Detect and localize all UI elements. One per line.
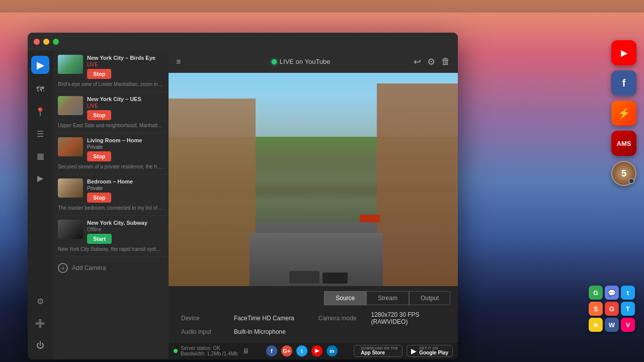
camera-name-5: New York City, Subway	[87, 220, 164, 226]
camera-desc-1: Bird's-eye view of Lower Manhattan, zoom…	[58, 81, 164, 87]
live-status-dot	[272, 59, 277, 64]
footer-twitter-icon[interactable]: t	[296, 345, 307, 356]
camera-desc-4: The master bedroom, connected to my list…	[58, 205, 164, 211]
chat-icon[interactable]: 💬	[605, 286, 619, 300]
camera-item-living-room[interactable]: Living Room – Home Private Stop Secured …	[53, 133, 169, 174]
tab-stream[interactable]: Stream	[366, 291, 409, 305]
audio-input-value: Built-in Microphone	[234, 328, 286, 335]
camera-item-ues[interactable]: New York City – UES LIVE Stop Upper East…	[53, 92, 169, 133]
bottom-panel: Source Stream Output Device FaceTime HD …	[169, 286, 458, 341]
vehicle-2	[323, 273, 348, 284]
camera-list: New York City – Birds Eye LIVE Stop Bird…	[53, 51, 169, 359]
camera-info-3: Living Room – Home Private Stop	[87, 137, 164, 161]
bandwidth-text: Bandwidth: 1.2Mb /1.4Mb	[181, 351, 237, 356]
google-icon[interactable]: G	[589, 286, 603, 300]
camera-thumbnail-2	[58, 96, 83, 115]
footer-youtube-icon[interactable]: ▶	[311, 345, 323, 356]
camera-status-1: LIVE	[87, 62, 164, 67]
camera-stop-button-4[interactable]: Stop	[87, 193, 111, 203]
settings-icon[interactable]: ⚙	[427, 56, 435, 67]
camera-item-bedroom[interactable]: Bedroom – Home Private Stop The master b…	[53, 174, 169, 216]
camera-info-5: New York City, Subway Offline Start	[87, 220, 164, 244]
hamburger-icon[interactable]: ≡	[176, 57, 181, 66]
sidebar-item-video[interactable]: ▶	[31, 169, 49, 187]
thunder-app-icon[interactable]: ⚡	[611, 101, 636, 126]
sidebar-item-list[interactable]: ☰	[31, 125, 49, 143]
video-background	[169, 73, 458, 286]
camera-name-1: New York City – Birds Eye	[87, 55, 164, 61]
ams-app-icon[interactable]: AMS	[611, 131, 636, 156]
red-awning	[360, 215, 380, 222]
audio-input-row: Audio input Built-in Microphone	[181, 328, 308, 335]
camera-item-birds-eye[interactable]: New York City – Birds Eye LIVE Stop Bird…	[53, 51, 169, 92]
camera-stop-button-2[interactable]: Stop	[87, 110, 111, 120]
youtube-app-icon[interactable]: ▶	[611, 40, 636, 65]
camera-stop-button-3[interactable]: Stop	[87, 151, 111, 161]
device-label: Device	[181, 315, 226, 322]
camera-mode-value: 644x362 30 FPS (RAWVIDEO)	[371, 311, 446, 325]
audio-input-label: Audio input	[181, 328, 226, 335]
share-icon[interactable]: ↩	[414, 56, 421, 67]
social-icon-2[interactable]: G	[605, 302, 619, 316]
footer-google-icon[interactable]: G+	[281, 345, 292, 356]
left-building	[169, 99, 256, 286]
sidebar-item-plus[interactable]: ➕	[31, 314, 49, 332]
sidebar-item-grid[interactable]: ▦	[31, 147, 49, 165]
delete-icon[interactable]: 🗑	[441, 56, 450, 67]
footer-facebook-icon[interactable]: f	[266, 345, 277, 356]
top-bar: ≡ LIVE on YouTube ↩ ⚙ 🗑	[169, 51, 458, 73]
server-ok-text: Server status: OK	[181, 345, 237, 351]
facebook-app-icon[interactable]: f	[611, 70, 636, 96]
five-app-icon[interactable]: 5	[611, 161, 636, 186]
window-controls	[34, 39, 59, 45]
camera-info-2: New York City – UES LIVE Stop	[87, 96, 164, 120]
camera-status-5: Offline	[87, 227, 164, 232]
social-icon-6[interactable]: V	[621, 318, 635, 332]
camera-status-2: LIVE	[87, 103, 164, 109]
social-icon-3[interactable]: T	[621, 302, 635, 316]
add-camera-label: Add Camera	[72, 264, 106, 272]
add-camera-button[interactable]: + Add Camera	[53, 257, 169, 279]
googleplay-badge[interactable]: ▶ GET IT ON Google Play	[407, 345, 453, 357]
minimize-button[interactable]	[43, 39, 49, 45]
right-building	[377, 83, 458, 286]
street-surface	[250, 233, 383, 286]
tab-output[interactable]: Output	[409, 291, 450, 305]
social-icon-1[interactable]: S	[589, 302, 603, 316]
social-icon-4[interactable]: ★	[589, 318, 603, 332]
camera-mode-row: Camera mode 644x362 30 FPS (RAWVIDEO)	[318, 311, 446, 325]
googleplay-sublabel: GET IT ON	[419, 346, 448, 350]
camera-item-subway[interactable]: New York City, Subway Offline Start New …	[53, 216, 169, 257]
sidebar-item-map[interactable]: 🗺	[31, 80, 49, 99]
sidebar-item-location[interactable]: 📍	[31, 103, 49, 121]
sidebar-item-power[interactable]: ⏻	[31, 336, 49, 354]
camera-stop-button-1[interactable]: Stop	[87, 69, 111, 79]
social-icon-5[interactable]: W	[605, 318, 619, 332]
sidebar-item-settings[interactable]: ⚙	[31, 292, 49, 310]
footer-linkedin-icon[interactable]: in	[327, 345, 338, 356]
googleplay-name: Google Play	[419, 350, 448, 355]
camera-thumbnail-5	[58, 220, 83, 239]
appstore-text: Download on the App Store	[361, 346, 398, 355]
footer-badges: Download on the App Store ▶ GET IT ON Go…	[354, 345, 453, 357]
desktop-top-bar	[0, 0, 644, 13]
sidebar-logo[interactable]: ▶	[31, 56, 49, 74]
footer-social: f G+ t ▶ in	[250, 345, 354, 356]
camera-thumbnail-4	[58, 178, 83, 198]
googleplay-text: GET IT ON Google Play	[419, 346, 448, 355]
appstore-sublabel: Download on the	[361, 346, 398, 350]
tab-source[interactable]: Source	[324, 291, 366, 305]
vehicle-1	[289, 271, 319, 284]
appstore-badge[interactable]: Download on the App Store	[354, 345, 403, 357]
twitter-small-icon[interactable]: t	[621, 286, 635, 300]
appstore-name: App Store	[361, 350, 398, 355]
camera-start-button-5[interactable]: Start	[87, 234, 112, 244]
camera-thumbnail-3	[58, 137, 83, 156]
main-content: ≡ LIVE on YouTube ↩ ⚙ 🗑	[169, 51, 458, 359]
server-status-text: Server status: OK Bandwidth: 1.2Mb /1.4M…	[181, 345, 237, 356]
title-bar	[28, 33, 458, 51]
maximize-button[interactable]	[53, 39, 59, 45]
device-row: Device FaceTime HD Camera	[181, 311, 308, 325]
close-button[interactable]	[34, 39, 40, 45]
app-window: ▶ 🗺 📍 ☰ ▦ ▶ ⚙ ➕	[28, 33, 458, 359]
